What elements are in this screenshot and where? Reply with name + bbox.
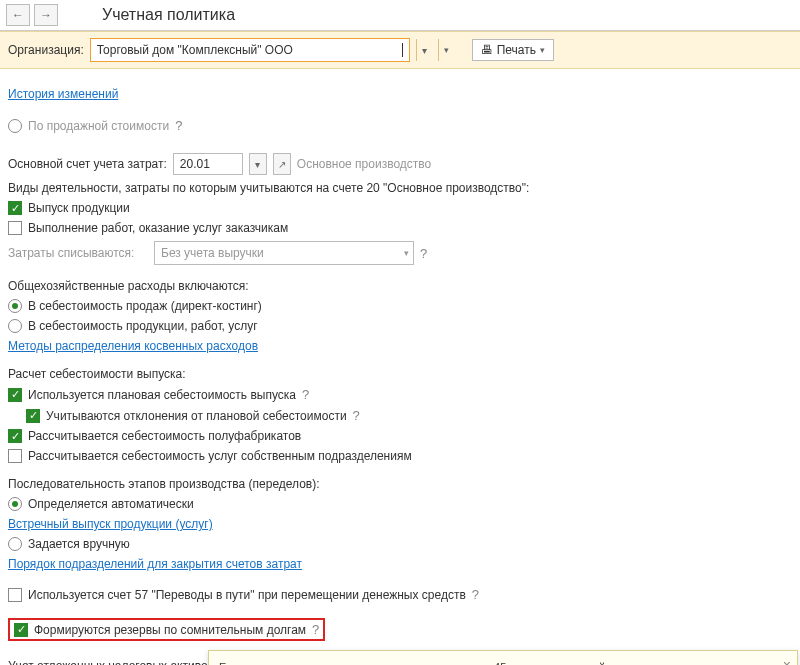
indirect-methods-link[interactable]: Методы распределения косвенных расходов xyxy=(8,339,258,353)
radio-in-sales-cost[interactable] xyxy=(8,299,22,313)
radio-in-product-cost-label: В себестоимость продукции, работ, услуг xyxy=(28,319,258,333)
checkbox-own-services[interactable] xyxy=(8,449,22,463)
history-link[interactable]: История изменений xyxy=(8,87,118,101)
org-input[interactable]: Торговый дом "Комплексный" ООО xyxy=(90,38,410,62)
checkbox-deviations[interactable] xyxy=(26,409,40,423)
print-label: Печать xyxy=(497,43,536,57)
checkbox-semi-finished[interactable] xyxy=(8,429,22,443)
radio-manual-set[interactable] xyxy=(8,537,22,551)
radio-in-product-cost[interactable] xyxy=(8,319,22,333)
account-dropdown[interactable]: ▾ xyxy=(249,153,267,175)
checkbox-work-services-label: Выполнение работ, оказание услуг заказчи… xyxy=(28,221,288,235)
radio-in-sales-cost-label: В себестоимость продаж (директ-костинг) xyxy=(28,299,262,313)
checkbox-product-output[interactable] xyxy=(8,201,22,215)
radio-auto-determined-label: Определяется автоматически xyxy=(28,497,194,511)
chevron-down-icon: ▾ xyxy=(540,45,545,55)
org-input-value: Торговый дом "Комплексный" ООО xyxy=(97,43,402,57)
writeoff-label: Затраты списываются: xyxy=(8,246,148,260)
forward-button[interactable]: → xyxy=(34,4,58,26)
checkbox-account57-label: Используется счет 57 "Переводы в пути" п… xyxy=(28,588,466,602)
org-open-button[interactable]: ▾ xyxy=(438,39,454,61)
help-icon[interactable]: ? xyxy=(312,622,319,637)
checkbox-planned-cost-label: Используется плановая себестоимость выпу… xyxy=(28,388,296,402)
text-cursor xyxy=(402,43,403,57)
checkbox-work-services[interactable] xyxy=(8,221,22,235)
checkbox-doubtful-reserves[interactable] xyxy=(14,623,28,637)
counter-output-link[interactable]: Встречный выпуск продукции (услуг) xyxy=(8,517,213,531)
print-button[interactable]: 🖶 Печать ▾ xyxy=(472,39,554,61)
help-icon[interactable]: ? xyxy=(353,408,360,423)
account-input[interactable]: 20.01 xyxy=(173,153,243,175)
page-title: Учетная политика xyxy=(102,6,235,24)
account-label: Основной счет учета затрат: xyxy=(8,157,167,171)
division-order-link[interactable]: Порядок подразделений для закрытия счето… xyxy=(8,557,302,571)
chevron-down-icon: ▾ xyxy=(404,248,409,258)
writeoff-select: Без учета выручки ▾ xyxy=(154,241,414,265)
general-expenses-header: Общехозяйственные расходы включаются: xyxy=(8,279,249,293)
radio-auto-determined[interactable] xyxy=(8,497,22,511)
help-icon[interactable]: ? xyxy=(420,246,427,261)
radio-by-sales-cost[interactable] xyxy=(8,119,22,133)
back-button[interactable]: ← xyxy=(6,4,30,26)
checkbox-semi-finished-label: Рассчитывается себестоимость полуфабрика… xyxy=(28,429,301,443)
stages-header: Последовательность этапов производства (… xyxy=(8,477,320,491)
writeoff-value: Без учета выручки xyxy=(161,246,404,260)
doubtful-reserves-highlight: Формируются резервы по сомнительным долг… xyxy=(8,618,325,641)
radio-by-sales-cost-label: По продажной стоимости xyxy=(28,119,169,133)
account-value: 20.01 xyxy=(180,157,210,171)
checkbox-product-output-label: Выпуск продукции xyxy=(28,201,130,215)
org-dropdown-button[interactable]: ▾ xyxy=(416,39,432,61)
checkbox-planned-cost[interactable] xyxy=(8,388,22,402)
checkbox-doubtful-reserves-label: Формируются резервы по сомнительным долг… xyxy=(34,623,306,637)
tooltip-line: Если срок возникновения задолженности пр… xyxy=(219,659,769,665)
cost-calc-header: Расчет себестоимости выпуска: xyxy=(8,367,186,381)
print-icon: 🖶 xyxy=(481,43,493,57)
account-desc: Основное производство xyxy=(297,157,431,171)
checkbox-account57[interactable] xyxy=(8,588,22,602)
activity-header: Виды деятельности, затраты по которым уч… xyxy=(8,181,529,195)
help-icon[interactable]: ? xyxy=(472,587,479,602)
checkbox-own-services-label: Рассчитывается себестоимость услуг собст… xyxy=(28,449,412,463)
tooltip-close[interactable]: × xyxy=(783,655,791,665)
radio-manual-set-label: Задается вручную xyxy=(28,537,130,551)
help-icon[interactable]: ? xyxy=(175,118,182,133)
account-open[interactable]: ↗ xyxy=(273,153,291,175)
org-label: Организация: xyxy=(8,43,84,57)
checkbox-deviations-label: Учитываются отклонения от плановой себес… xyxy=(46,409,347,423)
tooltip-doubtful-reserves: × Если срок возникновения задолженности … xyxy=(208,650,798,665)
help-icon[interactable]: ? xyxy=(302,387,309,402)
